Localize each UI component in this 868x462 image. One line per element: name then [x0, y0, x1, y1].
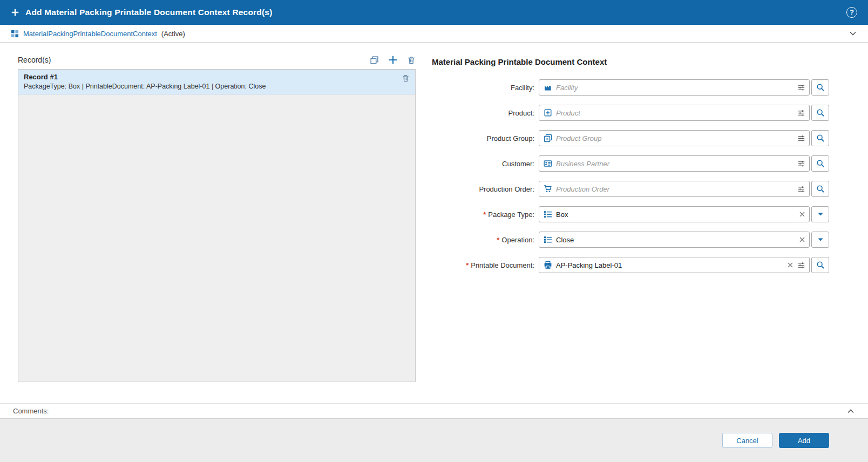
customer-filter-icon[interactable] [797, 160, 805, 168]
product-group-label: Product Group: [432, 134, 534, 142]
product-label: Product: [432, 109, 534, 117]
comments-label: Comments: [13, 407, 49, 415]
product-group-input[interactable] [556, 131, 794, 146]
product-input[interactable] [556, 105, 794, 120]
product-group-icon [544, 134, 552, 142]
chevron-up-icon[interactable] [846, 407, 855, 416]
facility-icon [544, 83, 552, 92]
package-type-label: *Package Type: [432, 210, 534, 219]
add-record-button[interactable] [388, 55, 398, 65]
printable-document-label: *Printable Document: [432, 261, 534, 269]
dialog-footer: Cancel Add [0, 419, 868, 462]
printable-document-filter-icon[interactable] [797, 261, 805, 269]
record-summary: PackageType: Box | PrintableDocument: AP… [24, 83, 402, 90]
field-row-operation: *Operation: [432, 232, 829, 248]
field-row-production-order: Production Order: [432, 181, 829, 197]
record-card[interactable]: Record #1 PackageType: Box | PrintableDo… [18, 70, 415, 94]
form-title: Material Packing Printable Document Cont… [432, 57, 829, 66]
required-marker: * [497, 236, 499, 244]
customer-input-box[interactable] [539, 155, 810, 172]
printable-document-input[interactable] [556, 257, 783, 273]
records-actions [370, 55, 416, 65]
copy-record-button[interactable] [370, 56, 379, 65]
product-group-search-button[interactable] [811, 130, 829, 146]
entity-icon [11, 30, 19, 38]
production-order-icon [544, 185, 552, 193]
operation-input[interactable] [556, 232, 795, 247]
operation-dropdown-button[interactable] [811, 232, 829, 248]
chevron-down-icon[interactable] [849, 29, 857, 38]
field-row-customer: Customer: [432, 155, 829, 172]
operation-clear-icon[interactable] [799, 236, 805, 243]
package-type-select-box[interactable] [539, 206, 810, 222]
required-marker: * [466, 261, 469, 269]
cancel-button[interactable]: Cancel [722, 433, 772, 448]
production-order-input-box[interactable] [539, 181, 810, 197]
printable-document-search-button[interactable] [811, 257, 829, 273]
customer-icon [544, 159, 552, 168]
operation-list-icon [544, 235, 552, 244]
entity-status: (Active) [161, 30, 185, 38]
entity-name: MaterialPackingPrintableDocumentContext [23, 30, 157, 38]
production-order-filter-icon[interactable] [797, 185, 805, 193]
operation-select-box[interactable] [539, 232, 810, 248]
record-card-text: Record #1 PackageType: Box | PrintableDo… [24, 73, 402, 90]
dialog-header: Add Material Packing Printable Document … [0, 0, 868, 25]
form-panel: Material Packing Printable Document Cont… [432, 50, 829, 282]
operation-label: *Operation: [432, 236, 534, 244]
record-title: Record #1 [24, 73, 402, 81]
record-list: Record #1 PackageType: Box | PrintableDo… [18, 69, 416, 382]
production-order-label: Production Order: [432, 185, 534, 193]
product-group-filter-icon[interactable] [797, 134, 805, 142]
product-filter-icon[interactable] [797, 109, 805, 117]
facility-label: Facility: [432, 84, 534, 92]
product-search-button[interactable] [811, 105, 829, 121]
record-delete-icon[interactable] [402, 74, 410, 83]
field-row-package-type: *Package Type: [432, 206, 829, 222]
field-row-product: Product: [432, 105, 829, 121]
add-record-dialog: Add Material Packing Printable Document … [0, 0, 868, 462]
help-icon[interactable]: ? [846, 7, 857, 18]
add-button[interactable]: Add [779, 433, 829, 448]
facility-input-box[interactable] [539, 79, 810, 96]
package-type-input[interactable] [556, 207, 795, 222]
facility-search-button[interactable] [811, 79, 829, 96]
field-row-product-group: Product Group: [432, 130, 829, 146]
production-order-input[interactable] [556, 181, 794, 196]
required-marker: * [483, 210, 486, 219]
entity-bar: MaterialPackingPrintableDocumentContext … [0, 25, 868, 43]
product-input-box[interactable] [539, 105, 810, 121]
facility-input[interactable] [556, 80, 794, 95]
printable-document-clear-icon[interactable] [787, 262, 794, 268]
printable-document-input-box[interactable] [539, 257, 810, 273]
product-icon [544, 108, 552, 117]
customer-input[interactable] [556, 156, 794, 171]
field-row-printable-document: *Printable Document: [432, 257, 829, 273]
production-order-search-button[interactable] [811, 181, 829, 197]
dialog-title: Add Material Packing Printable Document … [25, 8, 273, 17]
delete-record-button[interactable] [407, 56, 416, 65]
records-header: Record(s) [18, 52, 416, 68]
comments-bar: Comments: [0, 403, 868, 419]
facility-filter-icon[interactable] [797, 84, 805, 92]
package-type-dropdown-button[interactable] [811, 206, 829, 222]
add-icon [11, 8, 19, 17]
field-row-facility: Facility: [432, 79, 829, 96]
records-title: Record(s) [18, 56, 51, 64]
package-type-list-icon [544, 210, 552, 219]
printable-document-icon [544, 261, 552, 269]
customer-label: Customer: [432, 160, 534, 168]
package-type-clear-icon[interactable] [799, 211, 805, 218]
customer-search-button[interactable] [811, 155, 829, 172]
product-group-input-box[interactable] [539, 130, 810, 146]
